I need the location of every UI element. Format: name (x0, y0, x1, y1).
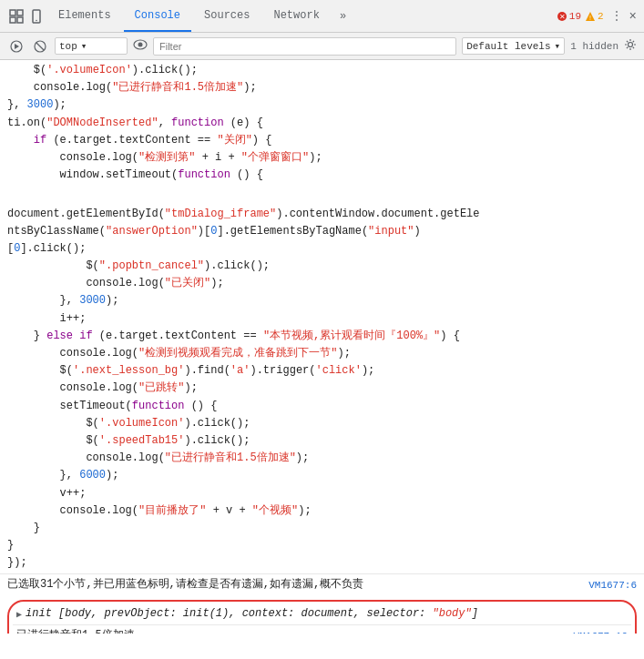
filter-input[interactable] (153, 37, 456, 56)
devtools-close-button[interactable]: × (629, 9, 637, 24)
svg-rect-2 (17, 10, 23, 15)
svg-point-15 (138, 42, 143, 46)
highlighted-section: ▶ init [body, prevObject: init(1), conte… (7, 600, 637, 634)
svg-rect-3 (17, 17, 23, 23)
error-warning-badge: ✕ 19 ! 2 (557, 11, 604, 22)
console-content: $('.volumeIcon').click(); console.log("已… (0, 60, 644, 634)
block-button[interactable] (31, 37, 49, 56)
vm-source-1[interactable]: VM1677:6 (588, 578, 637, 594)
svg-text:✕: ✕ (558, 13, 565, 21)
vm-source-2[interactable]: VM1677:10 (574, 629, 628, 634)
context-selector[interactable]: top ▾ (55, 37, 128, 55)
settings-icon[interactable] (624, 38, 637, 55)
svg-point-5 (36, 19, 37, 21)
svg-rect-1 (10, 17, 15, 23)
console-output: $('.volumeIcon').click(); console.log("已… (0, 60, 644, 634)
status-text: 已选取31个小节,并已用蓝色标明,请检查是否有遗漏,如有遗漏,概不负责 (7, 576, 581, 593)
svg-text:!: ! (589, 15, 591, 21)
levels-selector[interactable]: Default levels ▾ (462, 37, 565, 55)
more-tabs-button[interactable]: » (332, 5, 353, 28)
warning-count: ! 2 (585, 11, 604, 22)
hidden-count: 1 hidden (570, 41, 618, 52)
code-block: $('.volumeIcon').click(); console.log("已… (0, 60, 644, 186)
svg-marker-11 (15, 44, 19, 49)
svg-rect-0 (10, 10, 15, 15)
inspect-icon[interactable] (7, 7, 26, 25)
tab-sources[interactable]: Sources (193, 0, 261, 32)
tab-elements[interactable]: Elements (47, 0, 122, 32)
tab-network[interactable]: Network (262, 0, 330, 32)
header-right-actions: ✕ 19 ! 2 ⋮ × (557, 9, 637, 24)
error-count: ✕ 19 (557, 11, 581, 22)
eye-icon[interactable] (133, 39, 148, 54)
output-log-row: 已进行静音和1.5倍加速 VM1677:10 (13, 624, 631, 634)
devtools-more-icon[interactable]: ⋮ (611, 9, 622, 23)
expand-icon[interactable]: ▶ (16, 608, 22, 623)
devtools-header: Elements Console Sources Network » ✕ 19 … (0, 0, 644, 33)
init-text: init [body, prevObject: init(1), context… (26, 605, 628, 623)
svg-point-16 (629, 42, 633, 46)
init-log-row: ▶ init [body, prevObject: init(1), conte… (13, 603, 631, 624)
svg-line-13 (36, 43, 44, 50)
console-toolbar: top ▾ Default levels ▾ 1 hidden (0, 33, 644, 60)
long-code-block: document.getElementById("tmDialog_iframe… (0, 186, 644, 573)
execute-button[interactable] (7, 37, 26, 56)
mobile-icon[interactable] (27, 7, 46, 25)
tab-console[interactable]: Console (124, 0, 191, 32)
output-text: 已进行静音和1.5倍加速 (16, 627, 567, 634)
log-row-status: 已选取31个小节,并已用蓝色标明,请检查是否有遗漏,如有遗漏,概不负责 VM16… (0, 573, 644, 596)
